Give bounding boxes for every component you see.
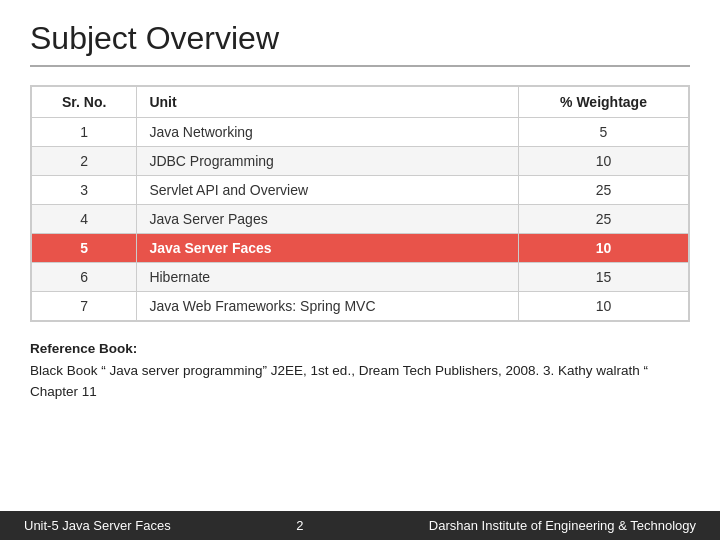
- cell-weightage: 25: [519, 205, 689, 234]
- cell-sr: 3: [32, 176, 137, 205]
- page-title: Subject Overview: [30, 20, 690, 67]
- footer-center: 2: [296, 518, 303, 533]
- subject-table-container: Sr. No. Unit % Weightage 1Java Networkin…: [30, 85, 690, 322]
- footer-left: Unit-5 Java Server Faces: [24, 518, 171, 533]
- cell-sr: 7: [32, 292, 137, 321]
- footer-right: Darshan Institute of Engineering & Techn…: [429, 518, 696, 533]
- cell-unit: JDBC Programming: [137, 147, 519, 176]
- cell-weightage: 5: [519, 118, 689, 147]
- table-row: 4Java Server Pages25: [32, 205, 689, 234]
- cell-sr: 1: [32, 118, 137, 147]
- subject-table: Sr. No. Unit % Weightage 1Java Networkin…: [31, 86, 689, 321]
- cell-unit: Hibernate: [137, 263, 519, 292]
- col-header-sr: Sr. No.: [32, 87, 137, 118]
- table-body: 1Java Networking52JDBC Programming103Ser…: [32, 118, 689, 321]
- cell-unit: Java Server Faces: [137, 234, 519, 263]
- cell-weightage: 10: [519, 234, 689, 263]
- table-row: 5Java Server Faces10: [32, 234, 689, 263]
- reference-text2: Chapter 11: [30, 384, 97, 399]
- table-row: 2JDBC Programming10: [32, 147, 689, 176]
- footer: Unit-5 Java Server Faces 2 Darshan Insti…: [0, 511, 720, 540]
- cell-sr: 4: [32, 205, 137, 234]
- cell-weightage: 10: [519, 147, 689, 176]
- reference-label: Reference Book:: [30, 341, 137, 356]
- cell-weightage: 10: [519, 292, 689, 321]
- cell-unit: Java Web Frameworks: Spring MVC: [137, 292, 519, 321]
- table-header-row: Sr. No. Unit % Weightage: [32, 87, 689, 118]
- col-header-weightage: % Weightage: [519, 87, 689, 118]
- cell-weightage: 15: [519, 263, 689, 292]
- table-row: 6Hibernate15: [32, 263, 689, 292]
- table-row: 3Servlet API and Overview25: [32, 176, 689, 205]
- table-row: 1Java Networking5: [32, 118, 689, 147]
- reference-section: Reference Book: Black Book “ Java server…: [30, 338, 690, 403]
- cell-sr: 2: [32, 147, 137, 176]
- cell-sr: 6: [32, 263, 137, 292]
- col-header-unit: Unit: [137, 87, 519, 118]
- cell-unit: Java Networking: [137, 118, 519, 147]
- reference-text: Black Book “ Java server programming” J2…: [30, 363, 648, 378]
- cell-sr: 5: [32, 234, 137, 263]
- cell-unit: Servlet API and Overview: [137, 176, 519, 205]
- cell-unit: Java Server Pages: [137, 205, 519, 234]
- page: Subject Overview Sr. No. Unit % Weightag…: [0, 0, 720, 540]
- table-row: 7Java Web Frameworks: Spring MVC10: [32, 292, 689, 321]
- cell-weightage: 25: [519, 176, 689, 205]
